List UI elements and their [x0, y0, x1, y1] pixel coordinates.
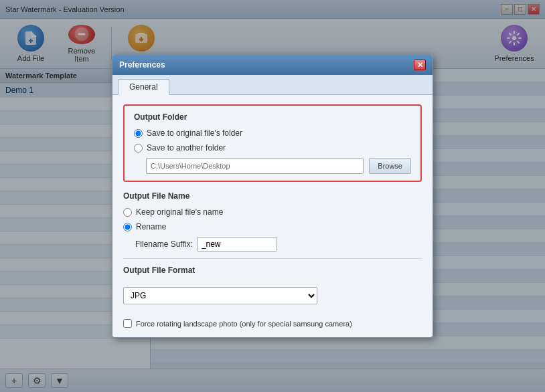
output-filename-title: Output File Name — [123, 191, 422, 201]
folder-path-row: Browse — [146, 158, 411, 174]
force-rotate-checkbox[interactable] — [123, 319, 132, 328]
dialog-title: Preferences — [119, 60, 165, 70]
format-select[interactable]: JPG PNG BMP TIFF — [123, 287, 317, 304]
browse-button[interactable]: Browse — [369, 158, 411, 174]
keep-original-row: Keep original file's name — [123, 207, 422, 217]
dialog-close-button[interactable]: ✕ — [414, 60, 426, 70]
keep-original-radio[interactable] — [123, 208, 132, 217]
output-folder-title: Output Folder — [134, 112, 411, 122]
rename-radio[interactable] — [123, 223, 132, 231]
dialog-body: Output Folder Save to original file's fo… — [112, 95, 433, 337]
force-rotate-label: Force rotating landscape photo (only for… — [136, 320, 352, 328]
save-another-row: Save to another folder — [134, 143, 411, 153]
dialog-overlay: Preferences ✕ General Output Folder Save… — [0, 0, 545, 392]
output-filename-section: Output File Name Keep original file's na… — [123, 191, 422, 259]
output-folder-section: Output Folder Save to original file's fo… — [123, 104, 422, 182]
save-original-row: Save to original file's folder — [134, 128, 411, 138]
filename-suffix-row: Filename Suffix: — [135, 237, 422, 252]
output-format-title: Output File Format — [123, 266, 422, 275]
save-another-radio[interactable] — [134, 144, 143, 153]
force-rotate-row: Force rotating landscape photo (only for… — [123, 319, 422, 328]
filename-suffix-input[interactable] — [197, 237, 277, 252]
save-original-radio[interactable] — [134, 129, 143, 138]
filename-suffix-label: Filename Suffix: — [135, 239, 193, 249]
rename-row: Rename — [123, 222, 422, 231]
save-original-label: Save to original file's folder — [147, 128, 242, 138]
keep-original-label: Keep original file's name — [136, 207, 223, 217]
save-another-label: Save to another folder — [147, 143, 226, 153]
folder-path-input[interactable] — [146, 158, 364, 174]
dialog-tabs: General — [112, 75, 433, 95]
output-format-section: Output File Format JPG PNG BMP TIFF — [123, 266, 422, 312]
rename-label: Rename — [136, 222, 166, 231]
dialog-title-bar: Preferences ✕ — [112, 55, 433, 75]
preferences-dialog: Preferences ✕ General Output Folder Save… — [112, 54, 433, 338]
tab-general[interactable]: General — [118, 79, 169, 95]
